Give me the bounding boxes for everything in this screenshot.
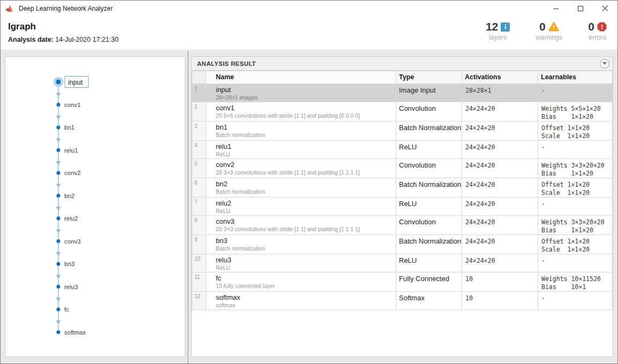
graph-node-bn1[interactable]: bn1 xyxy=(57,124,75,131)
learnable-line: Weights 3×3×20×20 xyxy=(541,218,612,226)
layer-name: bn2 xyxy=(216,180,396,188)
graph-node-relu1[interactable]: relu1 xyxy=(57,147,78,154)
maximize-button[interactable] xyxy=(568,1,593,17)
edge-arrow-icon xyxy=(56,184,61,188)
app-window: { "window": { "title": "Deep Learning Ne… xyxy=(0,0,618,364)
activations-cell: 24×24×20 xyxy=(462,122,538,141)
minimize-button[interactable] xyxy=(544,1,568,17)
graph-node-softmax[interactable]: softmax xyxy=(57,329,86,336)
name-cell: bn1Batch normalization xyxy=(206,122,396,141)
table-row[interactable]: 1input28×28×1 imagesImage Input28×28×1- xyxy=(192,84,613,102)
graph-node-dot xyxy=(57,148,61,152)
type-cell: Fully Connected xyxy=(396,272,462,292)
table-row[interactable]: 4relu1ReLUReLU24×24×20- xyxy=(192,141,613,159)
learnables-cell: - xyxy=(538,84,613,102)
panel-splitter[interactable] xyxy=(187,51,189,363)
edge-arrow-icon xyxy=(56,298,61,302)
learnable-line: Weights 3×3×20×20 xyxy=(541,162,612,170)
table-row[interactable]: 2conv120 5×5 convolutions with stride [1… xyxy=(192,102,613,122)
row-number-cell: 4 xyxy=(192,141,206,159)
learnable-line: - xyxy=(541,200,612,208)
graph-node-input[interactable]: input xyxy=(54,77,89,88)
name-cell: relu2ReLU xyxy=(206,198,396,216)
learnable-line: Scale 1×1×20 xyxy=(541,132,612,140)
network-graph-panel: inputconv1bn1relu1conv2bn2relu2conv3bn3r… xyxy=(5,56,185,357)
row-number-cell: 2 xyxy=(192,102,206,122)
analysis-table-body: 1input28×28×1 imagesImage Input28×28×1-2… xyxy=(192,84,613,310)
info-icon[interactable]: i xyxy=(501,22,510,32)
analysis-date-value: 14-Jul-2020 17:21:30 xyxy=(55,36,118,43)
row-number-cell: 7 xyxy=(192,198,206,216)
learnables-cell: Offset 1×1×20Scale 1×1×20 xyxy=(538,122,613,141)
type-cell: ReLU xyxy=(396,198,462,216)
learnables-cell: - xyxy=(538,254,613,272)
svg-text:!: ! xyxy=(601,24,603,31)
row-number-cell: 9 xyxy=(192,235,206,254)
graph-node-bn3[interactable]: bn3 xyxy=(57,261,75,267)
layer-name: fc xyxy=(216,274,396,283)
graph-node-relu3[interactable]: relu3 xyxy=(57,284,78,290)
collapse-panel-button[interactable] xyxy=(600,59,609,69)
layer-description: ReLU xyxy=(216,264,396,271)
graph-node-conv3[interactable]: conv3 xyxy=(57,238,81,245)
learnables-cell: Weights 3×3×20×20Bias 1×1×20 xyxy=(538,159,613,178)
graph-node-relu2[interactable]: relu2 xyxy=(57,215,78,222)
title-bar: Deep Learning Network Analyzer xyxy=(1,1,617,17)
graph-node-conv2[interactable]: conv2 xyxy=(57,170,81,176)
layer-description: 20 3×3 convolutions with stride [1 1] an… xyxy=(216,226,396,233)
layers-label: layers xyxy=(486,34,510,41)
analysis-table: Name Type Activations Learnables 1input2… xyxy=(192,71,613,310)
errors-count: 0 xyxy=(588,20,594,33)
learnable-line: Bias 1×1×20 xyxy=(541,226,612,234)
learnable-line: Bias 1×1×20 xyxy=(541,170,612,178)
learnable-line: - xyxy=(541,294,612,302)
layer-description: 28×28×1 images xyxy=(216,94,396,101)
table-row[interactable]: 3bn1Batch normalizationBatch Normalizati… xyxy=(192,122,613,141)
type-cell: Convolution xyxy=(396,102,462,122)
workspace: inputconv1bn1relu1conv2bn2relu2conv3bn3r… xyxy=(1,51,617,363)
learnable-line: - xyxy=(541,87,612,95)
name-cell: bn2Batch normalization xyxy=(206,178,396,198)
layer-description: Batch normalization xyxy=(216,245,396,252)
type-cell: ReLU xyxy=(396,141,462,159)
graph-node-conv1[interactable]: conv1 xyxy=(57,102,81,108)
name-cell: softmaxsoftmax xyxy=(206,292,396,310)
svg-text:!: ! xyxy=(553,24,555,31)
name-cell: relu1ReLU xyxy=(206,141,396,159)
row-number-cell: 3 xyxy=(192,122,206,141)
activations-cell: 24×24×20 xyxy=(462,141,538,159)
stat-errors: 0 ! errors xyxy=(588,20,607,41)
analysis-result-header: ANALYSIS RESULT xyxy=(192,57,613,71)
row-number-cell: 1 xyxy=(192,84,206,102)
row-number-cell: 5 xyxy=(192,159,206,178)
graph-node-label: fc xyxy=(64,306,69,313)
table-row[interactable]: 8conv320 3×3 convolutions with stride [1… xyxy=(192,216,613,235)
table-row[interactable]: 7relu2ReLUReLU24×24×20- xyxy=(192,198,613,216)
table-row[interactable]: 12softmaxsoftmaxSoftmax10- xyxy=(192,292,613,310)
window-controls xyxy=(544,1,617,17)
table-row[interactable]: 11fc10 fully connected layerFully Connec… xyxy=(192,272,613,292)
graph-node-bn2[interactable]: bn2 xyxy=(57,193,75,199)
graph-node-label: relu2 xyxy=(64,215,78,222)
layer-name: conv1 xyxy=(216,104,396,112)
layer-name: relu1 xyxy=(216,142,396,151)
graph-node-label: bn1 xyxy=(64,124,74,131)
name-cell: conv120 5×5 convolutions with stride [1 … xyxy=(206,102,396,122)
close-button[interactable] xyxy=(593,1,617,17)
activations-cell: 24×24×20 xyxy=(462,178,538,198)
layers-count: 12 xyxy=(486,20,498,33)
table-row[interactable]: 6bn2Batch normalizationBatch Normalizati… xyxy=(192,178,613,198)
graph-node-label: relu1 xyxy=(64,147,78,154)
row-number-cell: 8 xyxy=(192,216,206,235)
name-cell: relu3ReLU xyxy=(206,254,396,272)
table-row[interactable]: 9bn3Batch normalizationBatch Normalizati… xyxy=(192,235,613,254)
error-icon: ! xyxy=(597,22,607,32)
table-row[interactable]: 10relu3ReLUReLU24×24×20- xyxy=(192,254,613,272)
name-cell: conv220 3×3 convolutions with stride [1 … xyxy=(206,159,396,178)
learnable-line: Weights 5×5×1×20 xyxy=(541,105,612,113)
type-cell: Image Input xyxy=(396,84,462,102)
activations-cell: 24×24×20 xyxy=(462,254,538,272)
table-row[interactable]: 5conv220 3×3 convolutions with stride [1… xyxy=(192,159,613,178)
name-cell: input28×28×1 images xyxy=(206,84,396,102)
close-icon xyxy=(602,5,608,12)
